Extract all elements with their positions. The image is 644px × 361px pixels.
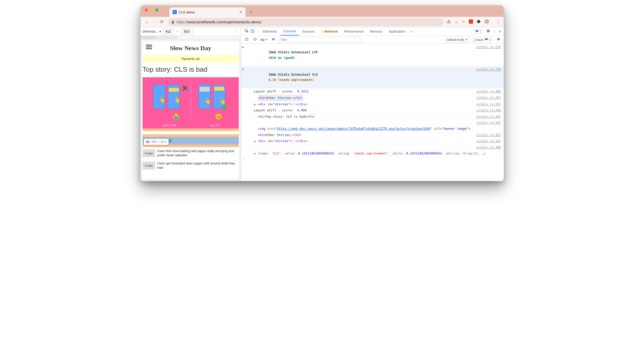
tabs-overflow-button[interactable]: ⌄ xyxy=(496,9,499,13)
console-settings-icon[interactable] xyxy=(495,37,501,42)
svg-text:👆: 👆 xyxy=(204,97,211,105)
source-link[interactable]: vitals.js:267 xyxy=(476,95,501,101)
source-link[interactable]: vitals.js:235 xyxy=(476,44,501,66)
console-log-row[interactable]: vitals.js:267 xyxy=(241,120,504,126)
collapse-arrow-icon[interactable]: ▼ xyxy=(242,67,246,88)
width-input[interactable] xyxy=(163,29,174,34)
close-window-button[interactable] xyxy=(145,8,148,12)
console-prompt[interactable]: › xyxy=(241,157,504,163)
source-link[interactable]: vitals.js:267 xyxy=(476,102,501,107)
console-log-row[interactable]: ▼ [Web Vitals Extension] CLS 0.15 (needs… xyxy=(241,66,504,89)
extension-red-icon[interactable] xyxy=(469,19,473,24)
svg-rect-1 xyxy=(485,20,488,23)
minimize-window-button[interactable] xyxy=(150,8,153,12)
flag-icon[interactable]: ⚑ xyxy=(462,20,465,24)
tab-favicon xyxy=(173,10,177,14)
back-button[interactable]: ← xyxy=(144,19,150,25)
cls-bad-label: CLS = 0.44 xyxy=(163,124,176,127)
device-options-button[interactable]: ⋮ xyxy=(233,30,239,33)
story-image-placeholder: Image xyxy=(143,149,155,157)
bookmark-icon[interactable]: ☆ xyxy=(455,20,458,24)
source-link[interactable]: vitals.js:235 xyxy=(476,67,501,88)
list-item: Image Users find slow-loading web pages … xyxy=(143,147,239,159)
ad-banner: Dynamic ad xyxy=(143,55,239,63)
console-log-row[interactable]: <h1>Top story: CLS is bad</h1>vitals.js:… xyxy=(241,114,504,120)
inspect-element-icon[interactable] xyxy=(244,29,250,34)
tabs-overflow-icon[interactable]: » xyxy=(408,30,414,33)
console-log-row[interactable]: ▶<div id="stories">⋯</div>vitals.js:267 xyxy=(241,101,504,107)
close-devtools-button[interactable]: ✕ xyxy=(498,30,501,33)
settings-icon[interactable] xyxy=(486,29,490,34)
toggle-device-icon[interactable] xyxy=(250,29,255,34)
console-log-row[interactable]: ▶{name: 'CLS', value: 0.1451186286098693… xyxy=(241,151,504,157)
console-sidebar-toggle[interactable] xyxy=(244,37,250,42)
expand-arrow-icon[interactable]: ▶ xyxy=(254,138,258,144)
tab-elements[interactable]: Elements xyxy=(260,27,280,35)
source-link[interactable]: vitals.js:265 xyxy=(476,89,501,94)
console-log-row[interactable]: ▶ [Web Vitals Extension] LCP 1816 ms (go… xyxy=(241,44,504,66)
page-header: Slow News Day xyxy=(143,42,239,55)
console-log-row[interactable]: ▶<div id="stories">⋯</div>vitals.js:267 xyxy=(241,138,504,144)
source-link[interactable]: vitals.js:265 xyxy=(476,108,501,113)
console-log-row[interactable]: Layout shift - score: 0.004vitals.js:265 xyxy=(241,107,504,114)
expand-arrow-icon[interactable]: ▶ xyxy=(254,102,258,107)
svg-text:✖️: ✖️ xyxy=(182,85,188,91)
forward-button[interactable]: → xyxy=(152,19,157,25)
address-bar[interactable]: https://www.tunetheweb.com/experiments/c… xyxy=(168,18,444,26)
expand-arrow-icon[interactable]: ▶ xyxy=(242,44,246,66)
dimensions-bar: Dimensio…▾ × ⋮ xyxy=(141,27,241,36)
tab-close-button[interactable]: ✕ xyxy=(239,10,242,14)
source-link[interactable]: vitals.js:267 xyxy=(476,132,501,138)
console-log-row[interactable]: Layout shift - score: 0.1411vitals.js:26… xyxy=(241,89,504,95)
tab-performance[interactable]: Performance xyxy=(341,27,367,35)
reload-button[interactable]: ⟳ xyxy=(159,19,165,25)
tab-strip: CLS demo ✕ ＋ ⌄ xyxy=(141,5,504,17)
ruler xyxy=(141,36,241,39)
console-log-row[interactable]: vitals.js:308 xyxy=(241,145,504,151)
share-icon[interactable] xyxy=(447,19,451,24)
dimension-separator: × xyxy=(176,30,179,33)
context-selector[interactable]: top▼ xyxy=(261,38,268,42)
story-image-placeholder: Image xyxy=(143,162,155,169)
source-link[interactable]: vitals.js:267 xyxy=(476,138,501,144)
story-text: Users find slow-loading web pages really… xyxy=(157,149,239,157)
clear-console-icon[interactable] xyxy=(252,37,258,42)
devtools-menu-icon[interactable]: ⋮ xyxy=(493,30,496,33)
tab-network[interactable]: Network xyxy=(318,27,341,35)
maximize-window-button[interactable] xyxy=(155,8,158,12)
height-input[interactable] xyxy=(181,29,193,34)
tab-memory[interactable]: Memory xyxy=(367,27,386,35)
console-log-row[interactable]: <h2>Other Stories:</h2>vitals.js:267 xyxy=(241,95,504,101)
extensions-icon[interactable] xyxy=(477,19,481,24)
live-expression-icon[interactable] xyxy=(271,37,276,42)
source-link[interactable]: vitals.js:267 xyxy=(476,114,501,119)
svg-rect-13 xyxy=(199,87,210,92)
issues-indicator[interactable]: 1 xyxy=(474,29,483,34)
site-title: Slow News Day xyxy=(170,45,211,52)
cls-good-label: CLS = 0 xyxy=(210,124,219,127)
devtools-pane: Elements Console Sources Network Perform… xyxy=(241,27,504,181)
content-area: Dimensio…▾ × ⋮ Slow News Day Dynamic ad xyxy=(141,27,504,181)
console-log-row[interactable]: <img src="https://web-dev.imgix.net/imag… xyxy=(241,126,504,132)
browser-menu-button[interactable]: ⋮ xyxy=(496,20,500,24)
console-filter-input[interactable] xyxy=(279,37,361,42)
issues-box[interactable]: 1 Issue: 1 xyxy=(472,37,493,42)
tab-sources[interactable]: Sources xyxy=(299,27,318,35)
banner-image: ✖️ 👆 👆 😭 👆 👆 ✓ 😐 xyxy=(143,77,239,128)
log-level-selector[interactable]: Default levels▼ xyxy=(445,37,469,42)
side-panel-icon[interactable] xyxy=(485,19,489,24)
tab-application[interactable]: Application xyxy=(386,27,409,35)
new-tab-button[interactable]: ＋ xyxy=(249,8,253,15)
console-log-row[interactable]: <h2>Other Stories:</h2>vitals.js:267 xyxy=(241,132,504,138)
browser-tab[interactable]: CLS demo ✕ xyxy=(169,7,246,17)
source-link[interactable]: vitals.js:308 xyxy=(476,145,501,150)
tab-console[interactable]: Console xyxy=(280,27,299,35)
expand-arrow-icon[interactable]: ▶ xyxy=(254,151,258,156)
device-selector[interactable]: Dimensio…▾ xyxy=(143,30,161,33)
toolbar-icons: ☆ ⚑ ⋮ xyxy=(447,19,500,24)
hamburger-icon[interactable] xyxy=(146,45,152,49)
top-story-heading: Top story: CLS is bad xyxy=(143,63,239,77)
inspect-tooltip: h2 396 × 28.5 xyxy=(144,139,169,145)
window-controls xyxy=(145,8,158,12)
source-link[interactable]: vitals.js:267 xyxy=(476,120,501,125)
